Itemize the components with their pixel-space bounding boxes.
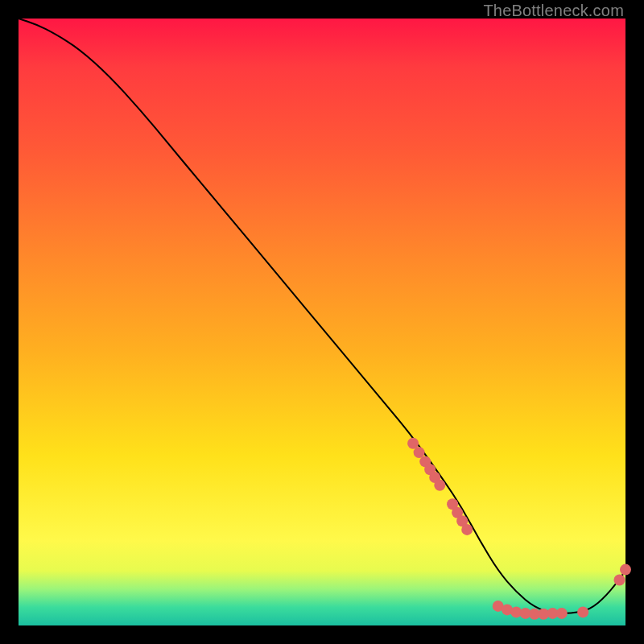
scatter-dots <box>407 438 631 620</box>
data-point <box>434 480 445 491</box>
data-point <box>556 608 568 619</box>
chart-svg <box>19 19 625 625</box>
plot-area <box>19 19 625 625</box>
bottleneck-curve <box>19 19 625 613</box>
watermark-text: TheBottleneck.com <box>483 2 624 20</box>
data-point <box>614 575 625 586</box>
chart-stage: TheBottleneck.com <box>0 0 644 644</box>
data-point <box>620 564 631 576</box>
data-point <box>577 606 588 617</box>
data-point <box>461 524 473 535</box>
